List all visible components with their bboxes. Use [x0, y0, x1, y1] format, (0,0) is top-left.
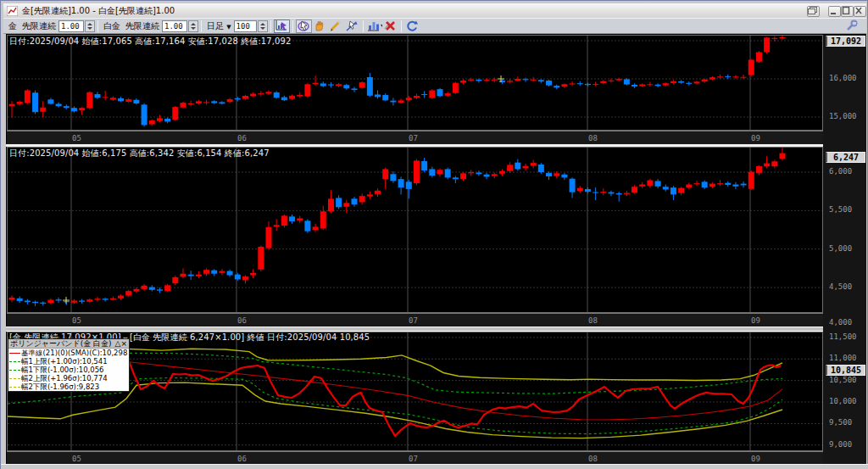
series-sma-baseline — [120, 361, 782, 420]
month-label: 05 — [72, 316, 81, 325]
draw-pencil-icon[interactable] — [328, 20, 344, 33]
month-label: 07 — [409, 316, 418, 325]
platinum-ytick: 4,000 — [829, 318, 852, 327]
bollinger-spread-ytick: 10,500 — [829, 376, 857, 384]
gold-canvas — [8, 36, 822, 130]
platinum-chart-time-axis: 0506070809 — [7, 313, 823, 327]
symbol2-label: 白金 — [103, 20, 120, 32]
bollinger-spread-ytick: 11,500 — [829, 332, 857, 341]
month-label: 07 — [409, 134, 418, 142]
refresh-icon[interactable] — [404, 20, 420, 33]
window-title: 金[先限連続]1.00 - 白金[先限連続]1.00 — [22, 5, 175, 17]
platinum-chart-plot[interactable] — [7, 147, 823, 313]
settings-wrench-icon[interactable] — [843, 20, 860, 33]
bollinger-spread-canvas — [8, 332, 822, 450]
platinum-info-line: 日付:2025/09/04 始値:6,175 高値:6,342 安値:6,154… — [9, 148, 270, 159]
chart-cursor-icon[interactable] — [274, 20, 290, 33]
float-window-button[interactable] — [807, 6, 820, 17]
gold-last-price-tag: 17,092 — [826, 36, 865, 47]
maximize-button[interactable] — [841, 6, 854, 17]
month-label: 08 — [588, 134, 598, 142]
chart-client-area: 0506070809 0506070809 0506070809 16,0001… — [6, 34, 866, 464]
bollinger-spread-ytick: 9,000 — [829, 440, 852, 449]
platinum-ytick: 4,500 — [829, 282, 852, 291]
legend-close-button[interactable]: × — [120, 339, 127, 348]
bollinger-legend: ボリンジャーバンド(金 白金)△× 基準線(21)(0)(SMA)(C):10,… — [8, 338, 130, 392]
legend-row: 幅2上限(+1.96σ):10,774 — [8, 374, 129, 382]
month-label: 06 — [237, 134, 247, 142]
legend-collapse-button[interactable]: △ — [115, 339, 121, 348]
bollinger-spread-last-price-tag: 10,845 — [826, 365, 865, 376]
month-label: 05 — [72, 455, 81, 463]
month-label: 08 — [588, 455, 598, 463]
multiplier2-stepper[interactable] — [188, 20, 198, 32]
gold-chart-time-axis: 0506070809 — [7, 131, 823, 144]
platinum-canvas — [8, 148, 822, 312]
platinum-ytick: 5,000 — [829, 244, 852, 253]
month-label: 09 — [751, 455, 760, 463]
price-axis-gutter: 16,00015,00017,0926,0005,5005,0004,5004,… — [823, 35, 866, 464]
gold-chart-plot[interactable] — [7, 35, 823, 131]
window-bottom-frame — [1, 464, 868, 469]
symbol1-label: 金 — [8, 20, 17, 32]
platinum-last-price-tag: 6,247 — [826, 152, 865, 163]
title-bar[interactable]: 金[先限連続]1.00 - 白金[先限連続]1.00 — [3, 3, 866, 18]
month-label: 09 — [751, 316, 760, 325]
bollinger-spread-ytick: 11,000 — [829, 354, 857, 362]
platinum-ytick: 6,000 — [829, 167, 852, 176]
month-label: 05 — [72, 134, 81, 142]
gold-ytick: 15,000 — [829, 112, 857, 120]
month-label: 09 — [751, 134, 760, 142]
series-band2-upper — [120, 349, 782, 380]
gold-info-line: 日付:2025/09/04 始値:17,065 高値:17,164 安値:17,… — [9, 36, 291, 47]
indicator-chart-icon[interactable] — [366, 20, 382, 33]
contract2-label: 先限連続 — [125, 20, 159, 32]
app-icon — [7, 6, 18, 16]
bar-count-stepper[interactable] — [258, 20, 268, 32]
delete-indicator-icon[interactable] — [382, 20, 398, 33]
bollinger-panel-time-axis: 0506070809 — [7, 451, 823, 464]
month-label: 06 — [237, 455, 247, 463]
multiplier2-input[interactable] — [162, 20, 187, 32]
legend-row: 基準線(21)(0)(SMA)(C):10,298 — [8, 349, 129, 357]
multiplier1-input[interactable] — [58, 20, 84, 32]
close-button[interactable] — [854, 6, 866, 17]
legend-row: 幅2下限(-1.96σ):9,823 — [8, 382, 129, 391]
chart-window: 金[先限連続]1.00 - 白金[先限連続]1.00 金 先限連続 白金 先限連… — [0, 0, 868, 469]
bollinger-spread-ytick: 9,500 — [829, 418, 852, 427]
gold-ytick: 16,000 — [829, 74, 857, 82]
bollinger-spread-ytick: 10,000 — [829, 397, 857, 405]
series-spread-price — [120, 358, 781, 436]
bar-count-input[interactable] — [234, 20, 257, 32]
multiplier1-stepper[interactable] — [85, 20, 95, 32]
period-select[interactable]: 日足 ▼ — [207, 20, 231, 32]
select-pointer-icon[interactable] — [296, 20, 312, 33]
pan-hand-icon[interactable] — [312, 20, 328, 33]
minimize-button[interactable] — [828, 6, 841, 17]
contract1-label: 先限連続 — [22, 20, 56, 32]
toolbar: 金 先限連続 白金 先限連続 日足 ▼ — [3, 18, 866, 34]
platinum-ytick: 5,500 — [829, 205, 852, 214]
trend-tool-icon[interactable] — [344, 20, 360, 33]
legend-row: 幅1上限(+1.00σ):10,541 — [8, 357, 129, 366]
month-label: 06 — [237, 316, 247, 325]
month-label: 07 — [409, 455, 418, 463]
month-label: 08 — [588, 316, 598, 325]
legend-title: ボリンジャーバンド(金 白金) — [10, 339, 115, 348]
legend-row: 幅1下限(-1.00σ):10,056 — [8, 366, 129, 374]
